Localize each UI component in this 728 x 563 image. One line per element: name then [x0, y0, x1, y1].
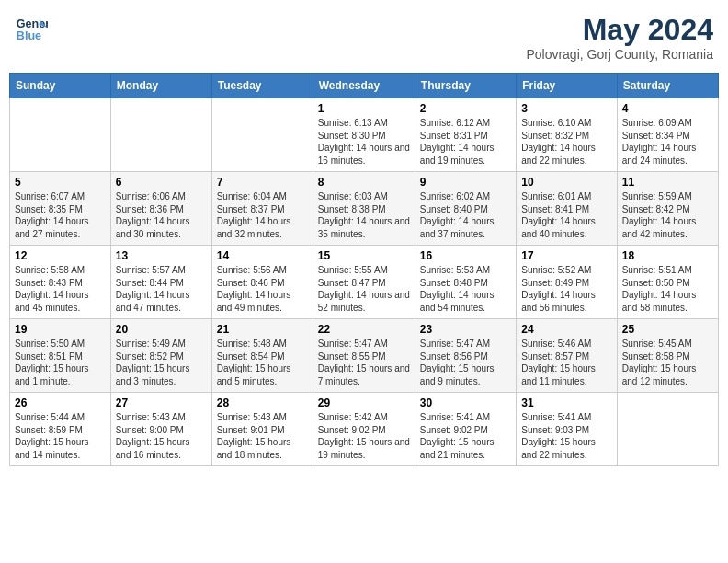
day-info: Sunrise: 5:47 AMSunset: 8:56 PMDaylight:…	[420, 338, 511, 387]
weekday-header-wednesday: Wednesday	[313, 74, 415, 98]
day-number: 4	[622, 102, 713, 115]
day-number: 12	[15, 249, 106, 262]
day-info: Sunrise: 5:46 AMSunset: 8:57 PMDaylight:…	[521, 338, 611, 387]
day-info: Sunrise: 5:55 AMSunset: 8:47 PMDaylight:…	[318, 264, 410, 314]
title-block: May 2024 Polovragi, Gorj County, Romania	[526, 13, 713, 62]
weekday-header-saturday: Saturday	[617, 74, 718, 98]
calendar-cell: 26Sunrise: 5:44 AMSunset: 8:59 PMDayligh…	[10, 393, 111, 466]
day-info: Sunrise: 5:59 AMSunset: 8:42 PMDaylight:…	[622, 190, 713, 240]
day-info: Sunrise: 6:01 AMSunset: 8:41 PMDaylight:…	[521, 190, 611, 240]
calendar-cell: 17Sunrise: 5:52 AMSunset: 8:49 PMDayligh…	[517, 246, 617, 319]
calendar-cell: 20Sunrise: 5:49 AMSunset: 8:52 PMDayligh…	[110, 319, 211, 393]
calendar-cell: 16Sunrise: 5:53 AMSunset: 8:48 PMDayligh…	[415, 246, 516, 319]
day-number: 27	[116, 396, 207, 409]
day-number: 3	[521, 102, 611, 115]
calendar-cell	[110, 98, 211, 172]
calendar-cell: 22Sunrise: 5:47 AMSunset: 8:55 PMDayligh…	[313, 319, 415, 393]
day-info: Sunrise: 6:10 AMSunset: 8:32 PMDaylight:…	[521, 117, 611, 167]
day-number: 18	[622, 249, 713, 262]
day-info: Sunrise: 5:43 AMSunset: 9:00 PMDaylight:…	[116, 411, 207, 461]
week-row-2: 5Sunrise: 6:07 AMSunset: 8:35 PMDaylight…	[10, 172, 719, 246]
week-row-5: 26Sunrise: 5:44 AMSunset: 8:59 PMDayligh…	[10, 393, 719, 466]
day-info: Sunrise: 5:57 AMSunset: 8:44 PMDaylight:…	[116, 264, 207, 314]
calendar-cell: 29Sunrise: 5:42 AMSunset: 9:02 PMDayligh…	[313, 393, 415, 466]
calendar-cell: 25Sunrise: 5:45 AMSunset: 8:58 PMDayligh…	[617, 319, 718, 393]
day-info: Sunrise: 5:41 AMSunset: 9:03 PMDaylight:…	[521, 411, 611, 461]
calendar-cell: 12Sunrise: 5:58 AMSunset: 8:43 PMDayligh…	[10, 246, 111, 319]
logo: General Blue	[15, 13, 48, 46]
day-info: Sunrise: 5:56 AMSunset: 8:46 PMDaylight:…	[217, 264, 308, 314]
calendar-cell: 21Sunrise: 5:48 AMSunset: 8:54 PMDayligh…	[211, 319, 313, 393]
day-info: Sunrise: 6:04 AMSunset: 8:37 PMDaylight:…	[217, 190, 308, 240]
day-number: 16	[420, 249, 511, 262]
calendar-cell: 27Sunrise: 5:43 AMSunset: 9:00 PMDayligh…	[110, 393, 211, 466]
calendar-cell: 24Sunrise: 5:46 AMSunset: 8:57 PMDayligh…	[517, 319, 617, 393]
location-subtitle: Polovragi, Gorj County, Romania	[526, 47, 713, 62]
calendar-cell: 14Sunrise: 5:56 AMSunset: 8:46 PMDayligh…	[211, 246, 313, 319]
calendar-cell: 4Sunrise: 6:09 AMSunset: 8:34 PMDaylight…	[617, 98, 718, 172]
week-row-1: 1Sunrise: 6:13 AMSunset: 8:30 PMDaylight…	[10, 98, 719, 172]
day-number: 17	[521, 249, 611, 262]
week-row-4: 19Sunrise: 5:50 AMSunset: 8:51 PMDayligh…	[10, 319, 719, 393]
weekday-header-friday: Friday	[517, 74, 617, 98]
day-number: 7	[217, 176, 308, 189]
day-number: 9	[420, 176, 511, 189]
calendar-cell: 5Sunrise: 6:07 AMSunset: 8:35 PMDaylight…	[10, 172, 111, 246]
day-number: 2	[420, 102, 511, 115]
weekday-header-monday: Monday	[110, 74, 211, 98]
day-info: Sunrise: 5:47 AMSunset: 8:55 PMDaylight:…	[318, 338, 410, 387]
day-info: Sunrise: 6:02 AMSunset: 8:40 PMDaylight:…	[420, 190, 511, 240]
day-number: 5	[15, 176, 106, 189]
day-info: Sunrise: 5:48 AMSunset: 8:54 PMDaylight:…	[217, 338, 308, 387]
calendar-cell: 1Sunrise: 6:13 AMSunset: 8:30 PMDaylight…	[313, 98, 415, 172]
calendar-cell: 23Sunrise: 5:47 AMSunset: 8:56 PMDayligh…	[415, 319, 516, 393]
day-number: 19	[15, 323, 106, 336]
day-number: 8	[318, 176, 410, 189]
calendar-cell: 19Sunrise: 5:50 AMSunset: 8:51 PMDayligh…	[10, 319, 111, 393]
weekday-header-sunday: Sunday	[10, 74, 111, 98]
weekday-header-tuesday: Tuesday	[211, 74, 313, 98]
day-number: 13	[116, 249, 207, 262]
calendar-cell: 8Sunrise: 6:03 AMSunset: 8:38 PMDaylight…	[313, 172, 415, 246]
day-info: Sunrise: 5:53 AMSunset: 8:48 PMDaylight:…	[420, 264, 511, 314]
calendar-cell: 7Sunrise: 6:04 AMSunset: 8:37 PMDaylight…	[211, 172, 313, 246]
calendar-cell	[617, 393, 718, 466]
day-number: 22	[318, 323, 410, 336]
day-number: 28	[217, 396, 308, 409]
day-number: 21	[217, 323, 308, 336]
calendar-cell: 10Sunrise: 6:01 AMSunset: 8:41 PMDayligh…	[517, 172, 617, 246]
day-number: 14	[217, 249, 308, 262]
day-info: Sunrise: 5:44 AMSunset: 8:59 PMDaylight:…	[15, 411, 106, 461]
month-title: May 2024	[526, 13, 713, 47]
day-info: Sunrise: 5:41 AMSunset: 9:02 PMDaylight:…	[420, 411, 511, 461]
logo-icon: General Blue	[15, 13, 48, 46]
week-row-3: 12Sunrise: 5:58 AMSunset: 8:43 PMDayligh…	[10, 246, 719, 319]
day-number: 23	[420, 323, 511, 336]
day-number: 29	[318, 396, 410, 409]
calendar-cell: 15Sunrise: 5:55 AMSunset: 8:47 PMDayligh…	[313, 246, 415, 319]
calendar-cell: 31Sunrise: 5:41 AMSunset: 9:03 PMDayligh…	[517, 393, 617, 466]
day-number: 25	[622, 323, 713, 336]
day-number: 10	[521, 176, 611, 189]
calendar-cell: 18Sunrise: 5:51 AMSunset: 8:50 PMDayligh…	[617, 246, 718, 319]
weekday-header-thursday: Thursday	[415, 74, 516, 98]
calendar-cell: 9Sunrise: 6:02 AMSunset: 8:40 PMDaylight…	[415, 172, 516, 246]
day-info: Sunrise: 5:49 AMSunset: 8:52 PMDaylight:…	[116, 338, 207, 387]
calendar-cell: 30Sunrise: 5:41 AMSunset: 9:02 PMDayligh…	[415, 393, 516, 466]
day-info: Sunrise: 5:52 AMSunset: 8:49 PMDaylight:…	[521, 264, 611, 314]
day-info: Sunrise: 5:43 AMSunset: 9:01 PMDaylight:…	[217, 411, 308, 461]
calendar-cell: 28Sunrise: 5:43 AMSunset: 9:01 PMDayligh…	[211, 393, 313, 466]
day-info: Sunrise: 6:03 AMSunset: 8:38 PMDaylight:…	[318, 190, 410, 240]
day-info: Sunrise: 5:51 AMSunset: 8:50 PMDaylight:…	[622, 264, 713, 314]
day-number: 20	[116, 323, 207, 336]
calendar-cell: 11Sunrise: 5:59 AMSunset: 8:42 PMDayligh…	[617, 172, 718, 246]
day-info: Sunrise: 6:13 AMSunset: 8:30 PMDaylight:…	[318, 117, 410, 167]
day-number: 24	[521, 323, 611, 336]
day-number: 26	[15, 396, 106, 409]
day-number: 31	[521, 396, 611, 409]
day-number: 11	[622, 176, 713, 189]
calendar-table: SundayMondayTuesdayWednesdayThursdayFrid…	[9, 73, 719, 466]
day-number: 6	[116, 176, 207, 189]
day-info: Sunrise: 6:06 AMSunset: 8:36 PMDaylight:…	[116, 190, 207, 240]
day-info: Sunrise: 5:50 AMSunset: 8:51 PMDaylight:…	[15, 338, 106, 387]
